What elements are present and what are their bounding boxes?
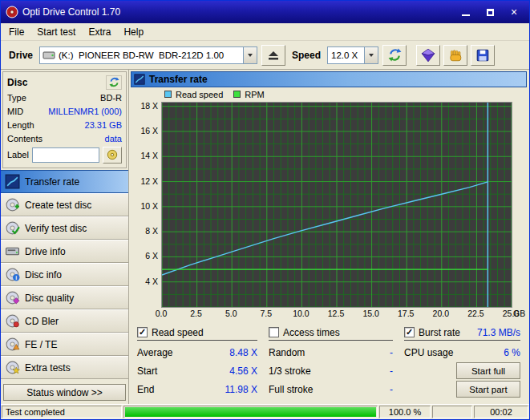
chart-legend: Read speed RPM (131, 88, 527, 100)
random-row: Random - (269, 343, 393, 361)
transfer-rate-icon (134, 74, 145, 85)
chevron-down-icon (369, 54, 374, 57)
x-axis-label: 22.5 (463, 309, 488, 318)
sidebar-item-label: Transfer rate (25, 176, 79, 188)
drive-select[interactable]: (K:) PIONEER BD-RW BDR-212D 1.00 (39, 46, 257, 64)
y-axis-label: 8 X (131, 226, 158, 236)
access-times-checkbox[interactable] (269, 327, 279, 337)
disc-refresh-button[interactable] (106, 75, 122, 90)
one-third-stroke-row: 1/3 stroke - (269, 361, 393, 380)
disc-type-label: Type (7, 93, 26, 103)
read-label-button[interactable] (103, 147, 122, 164)
speed-select-arrow[interactable] (364, 47, 378, 63)
menu-start-test[interactable]: Start test (30, 24, 82, 40)
fe-te-icon (5, 337, 20, 352)
read-speed-checkbox[interactable]: ✓ (137, 327, 148, 337)
x-axis-label: 12.5 (324, 309, 348, 318)
speed-select-value: 12.0 X (328, 50, 364, 60)
sidebar-item-label: Drive info (25, 246, 66, 257)
read-speed-checkbox-row: ✓ Read speed (137, 325, 257, 341)
refresh-icon (109, 77, 119, 87)
disc-contents-value: data (105, 134, 122, 143)
burst-rate-checkbox[interactable]: ✓ (404, 327, 415, 337)
start-value: 4.56 X (229, 365, 257, 377)
disc-panel-header: Disc (7, 74, 122, 91)
minimize-button[interactable] (454, 3, 478, 21)
speed-select[interactable]: 12.0 X (327, 46, 378, 64)
y-axis-label: 6 X (131, 251, 158, 260)
rpm-swatch (233, 91, 241, 98)
chart-canvas (162, 103, 512, 307)
random-value: - (390, 347, 393, 358)
start-full-button[interactable]: Start full (456, 362, 520, 379)
speed-label: Speed (292, 50, 321, 61)
save-icon (475, 48, 490, 63)
disc-length-label: Length (7, 120, 34, 130)
cpu-usage-label: CPU usage (404, 347, 453, 358)
sidebar-item-extra-tests[interactable]: Extra tests (1, 356, 128, 379)
left-panel: Disc Type BD-R (1, 70, 129, 404)
sidebar-item-fe-te[interactable]: FE / TE (1, 333, 128, 356)
disc-label-label: Label (7, 150, 29, 160)
extra-tests-icon (5, 360, 20, 375)
app-icon (6, 6, 18, 18)
full-stroke-value: - (390, 384, 393, 395)
random-label: Random (269, 347, 305, 358)
sidebar-item-disc-quality[interactable]: Disc quality (1, 286, 128, 309)
toolbar-right-group (416, 45, 495, 66)
disc-type-row: Type BD-R (7, 91, 122, 104)
read-speed-checkbox-label: Read speed (152, 327, 204, 338)
access-times-stats: Access times Random - 1/3 stroke - Full … (269, 325, 393, 404)
sidebar-item-cd-bler[interactable]: CD Bler (1, 309, 128, 333)
close-icon: × (511, 6, 517, 18)
sidebar-item-label: FE / TE (25, 339, 57, 350)
burst-rate-value: 71.3 MB/s (477, 327, 520, 338)
sidebar-item-create-test-disc[interactable]: Create test disc (1, 193, 128, 216)
menu-extra[interactable]: Extra (82, 24, 117, 40)
cpu-usage-value: 6 % (504, 347, 520, 358)
y-axis-label: 12 X (131, 176, 158, 186)
start-label: Start (137, 365, 157, 377)
start-part-button[interactable]: Start part (456, 381, 520, 398)
toolbar: Drive (K:) PIONEER BD-RW BDR-212D 1.00 S… (1, 41, 529, 70)
status-window-button[interactable]: Status window >> (3, 384, 126, 401)
save-button[interactable] (471, 45, 495, 66)
maximize-button[interactable] (478, 3, 502, 21)
burst-rate-checkbox-label: Burst rate (419, 327, 460, 338)
menu-bar: File Start test Extra Help (1, 23, 529, 41)
svg-text:i: i (15, 275, 17, 281)
menu-help[interactable]: Help (117, 24, 150, 40)
end-value: 11.98 X (225, 384, 257, 395)
elapsed-time: 00:02 (474, 406, 528, 418)
end-label: End (137, 384, 154, 395)
drive-select-value: (K:) PIONEER BD-RW BDR-212D 1.00 (55, 50, 243, 60)
x-axis-label: 2.5 (184, 309, 208, 318)
sidebar-item-verify-test-disc[interactable]: Verify test disc (1, 216, 128, 240)
y-axis-label: 16 X (131, 126, 158, 135)
refresh-speeds-button[interactable] (382, 45, 407, 66)
sidebar-item-label: Create test disc (25, 200, 91, 211)
eject-button[interactable] (261, 45, 285, 66)
drive-icon (42, 49, 55, 62)
average-row: Average 8.48 X (137, 343, 257, 361)
end-row: End 11.98 X (137, 380, 257, 398)
menu-file[interactable]: File (2, 24, 30, 40)
sidebar-item-disc-info[interactable]: i Disc info (1, 263, 128, 286)
sidebar-item-label: Disc quality (25, 293, 74, 304)
drive-info-icon (5, 244, 20, 259)
sidebar-item-transfer-rate[interactable]: Transfer rate (1, 170, 128, 193)
full-stroke-row: Full stroke - (269, 380, 393, 398)
drive-select-arrow[interactable] (243, 47, 257, 63)
legend-rpm-label: RPM (245, 90, 264, 99)
sidebar-item-drive-info[interactable]: Drive info (1, 240, 128, 263)
x-axis-label: 17.5 (394, 309, 418, 318)
progress-percent: 100.0 % (379, 406, 431, 418)
disc-label-input[interactable] (32, 147, 99, 163)
transfer-rate-chart: 4 X6 X8 X10 X12 X14 X16 X18 X0.02.55.07.… (131, 100, 527, 321)
verify-test-disc-icon (5, 220, 20, 236)
sidebar-item-label: Extra tests (25, 362, 71, 374)
close-button[interactable]: × (502, 3, 526, 21)
write-test-shortcut-button[interactable] (443, 45, 467, 66)
legend-read-speed-label: Read speed (176, 90, 223, 99)
disc-quality-shortcut-button[interactable] (416, 45, 440, 66)
